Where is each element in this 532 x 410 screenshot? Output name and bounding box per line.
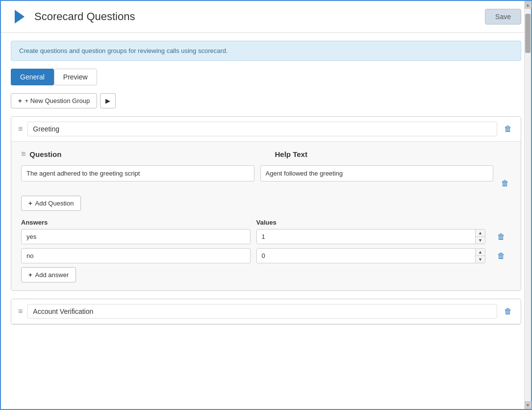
app-container: Scorecard Questions Save Create question… [0, 0, 532, 410]
values-col-header: Values [256, 219, 486, 226]
scroll-thumb[interactable] [525, 14, 531, 53]
delete-group-button-greeting[interactable]: 🗑 [502, 123, 514, 135]
tab-general[interactable]: General [11, 69, 54, 85]
group-name-input-account-verification[interactable] [27, 304, 497, 319]
arrow-button[interactable]: ▶ [100, 93, 116, 108]
answers-header: Answers Values [21, 219, 511, 226]
value-spinner-down-1[interactable]: ▼ [476, 237, 485, 244]
trash-icon-answer-no: 🗑 [497, 252, 505, 260]
plus-icon: + [18, 97, 22, 104]
delete-answer-button-yes[interactable]: 🗑 [491, 231, 511, 243]
plus-icon-answer: + [28, 271, 32, 279]
content-area: ≡ 🗑 ≡ Question Help Text [1, 116, 531, 325]
question-group-greeting: ≡ 🗑 ≡ Question Help Text [11, 116, 521, 291]
value-spinner-up-2[interactable]: ▲ [476, 249, 485, 256]
value-spinner-up-1[interactable]: ▲ [476, 230, 485, 237]
questions-body-greeting: ≡ Question Help Text 🗑 [11, 142, 521, 290]
group-header-greeting: ≡ 🗑 [11, 117, 521, 142]
question-col-header: Question [29, 150, 61, 158]
tab-preview[interactable]: Preview [54, 69, 97, 85]
answer-row-yes: ▲ ▼ 🗑 [21, 229, 511, 244]
drag-handle-greeting[interactable]: ≡ [18, 125, 23, 133]
value-spinner-down-2[interactable]: ▼ [476, 256, 485, 263]
answers-col-header: Answers [21, 219, 251, 226]
delete-group-button-account-verification[interactable]: 🗑 [502, 305, 514, 318]
question-text-input-1[interactable] [21, 165, 254, 181]
save-button[interactable]: Save [485, 9, 521, 25]
answers-section: Answers Values ▲ ▼ [21, 219, 511, 282]
question-group-account-verification: ≡ 🗑 [11, 299, 521, 325]
question-inputs [21, 165, 493, 181]
scroll-down-arrow[interactable]: ▼ [525, 401, 532, 409]
scroll-track [525, 9, 531, 401]
page-title: Scorecard Questions [34, 10, 135, 23]
drag-handle-account-verification[interactable]: ≡ [18, 307, 23, 316]
delete-answer-button-no[interactable]: 🗑 [491, 250, 511, 262]
add-answer-button[interactable]: + Add answer [21, 267, 76, 282]
group-name-input-greeting[interactable] [27, 122, 497, 136]
trash-icon-question: 🗑 [501, 179, 509, 187]
header: Scorecard Questions Save [1, 1, 531, 33]
value-spinners-1: ▲ ▼ [475, 230, 485, 244]
trash-icon: 🗑 [504, 125, 512, 133]
add-question-button[interactable]: + Add Question [21, 196, 81, 211]
arrow-right-icon: ▶ [105, 97, 110, 104]
header-left: Scorecard Questions [11, 8, 135, 26]
tabs-container: General Preview [1, 69, 531, 85]
questions-drag-icon: ≡ [21, 150, 25, 158]
answer-input-no[interactable] [21, 248, 251, 263]
delete-question-button-1[interactable]: 🗑 [499, 177, 511, 190]
scrollbar: ▲ ▼ [524, 1, 531, 409]
question-row-1: 🗑 [21, 165, 511, 190]
new-group-label: + New Question Group [25, 97, 90, 104]
info-banner-text: Create questions and question groups for… [19, 47, 228, 54]
value-input-2[interactable] [257, 249, 476, 263]
helptext-col-header: Help Text [275, 150, 307, 158]
trash-icon-av: 🗑 [504, 307, 512, 315]
trash-icon-answer-yes: 🗑 [497, 232, 505, 241]
questions-header-row: ≡ Question Help Text [21, 150, 511, 158]
plus-icon-question: + [28, 200, 32, 207]
value-input-1[interactable] [257, 230, 476, 244]
value-input-wrap-2: ▲ ▼ [256, 248, 486, 263]
answer-input-yes[interactable] [21, 229, 251, 244]
logo-icon [11, 8, 28, 26]
toolbar: + + New Question Group ▶ [1, 93, 531, 108]
add-question-label: Add Question [35, 200, 74, 207]
add-answer-label: Add answer [35, 271, 69, 279]
group-header-account-verification: ≡ 🗑 [11, 299, 521, 324]
value-spinners-2: ▲ ▼ [475, 249, 485, 263]
answer-row-no: ▲ ▼ 🗑 [21, 248, 511, 263]
help-text-input-1[interactable] [260, 165, 494, 181]
info-banner: Create questions and question groups for… [11, 41, 521, 61]
scroll-up-arrow[interactable]: ▲ [525, 1, 532, 9]
new-question-group-button[interactable]: + + New Question Group [11, 93, 97, 108]
value-input-wrap-1: ▲ ▼ [256, 229, 486, 244]
